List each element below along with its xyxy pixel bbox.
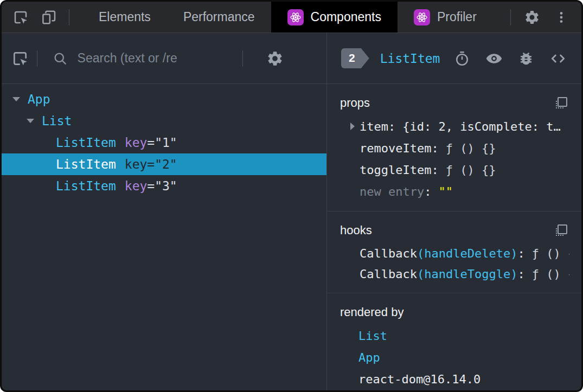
components-panel: App List ListItem key="1" ListItem key="… [2,33,581,390]
selected-component-title: ListItem [380,52,453,66]
settings-icon [266,50,284,67]
hook-callback-name: (handleToggle) [417,267,517,281]
rendered-by-section-title: rendered by [340,305,403,319]
tree-row-listitem-2-selected[interactable]: ListItem key="2" [2,153,326,175]
debug-component-button[interactable] [517,49,535,68]
tab-label: Elements [99,10,151,24]
key-attribute: key="1" [125,136,177,150]
inspect-element-button[interactable] [8,5,33,30]
react-logo-icon [414,9,430,25]
hooks-section: hooks Callback(handleDelete): ƒ () {} Ca… [327,211,581,293]
inspect-icon [12,9,29,25]
hook-row-handletoggle[interactable]: Callback(handleToggle): ƒ () {} [339,264,569,284]
divider [37,50,37,67]
code-brackets-icon [549,50,567,67]
tab-label: Components [311,10,381,24]
kebab-menu-icon [554,10,568,24]
divider [69,9,69,25]
react-logo-icon [287,9,304,25]
prop-value: ƒ () {} [446,163,496,177]
select-element-button[interactable] [8,46,33,71]
tree-settings-button[interactable] [262,46,287,71]
prop-row-new-entry[interactable]: new entry: "" [339,181,569,202]
devtools-tab-bar: Elements Performance Components [2,2,581,33]
devtools-tabs: Elements Performance Components [82,2,493,33]
prop-key: toggleItem [360,163,431,177]
component-details-pane: 2 ListItem [327,33,581,390]
hook-value: ƒ () {} [532,247,569,260]
inspect-icon [11,50,29,67]
view-source-button[interactable] [549,49,567,68]
hook-name: Callback [360,267,417,281]
search-icon [53,51,68,66]
prop-key: removeItem [360,142,431,155]
tab-profiler[interactable]: Profiler [398,2,493,33]
details-header: 2 ListItem [327,33,581,84]
component-tree-pane: App List ListItem key="1" ListItem key="… [2,33,327,390]
component-name: App [28,92,50,106]
tree-toolbar [2,33,326,84]
tab-performance[interactable]: Performance [167,2,271,33]
new-entry-field[interactable]: new entry [360,185,424,198]
copy-icon[interactable] [555,97,567,109]
inspect-dom-button[interactable] [485,49,503,68]
prop-key: item [360,120,388,133]
details-header-actions [453,49,567,68]
key-attribute: key="3" [125,179,177,193]
rendered-by-section: rendered by List App react-dom@16.14.0 [327,293,581,390]
element-id-badge: 2 [341,48,369,68]
tree-row-app[interactable]: App [2,88,326,110]
component-name: ListItem [56,136,116,150]
new-entry-value[interactable]: "" [438,185,453,198]
details-sections: props item: {id: 2, isComplete: t… remov… [327,84,581,390]
topbar-right-controls [506,2,581,33]
bug-icon [518,50,534,67]
key-attribute: key="2" [125,157,177,171]
prop-value: {id: 2, isComplete: t… [402,120,560,133]
tab-label: Profiler [437,10,477,24]
expander-icon[interactable] [345,123,360,130]
hook-row-handledelete[interactable]: Callback(handleDelete): ƒ () {} [339,243,569,264]
props-section: props item: {id: 2, isComplete: t… remov… [327,84,581,211]
tree-row-listitem-1[interactable]: ListItem key="1" [2,132,326,153]
device-toolbar-icon [41,9,57,25]
suspend-component-button[interactable] [453,49,471,68]
component-tree: App List ListItem key="1" ListItem key="… [2,84,326,390]
tab-label: Performance [183,10,255,24]
rendered-by-react-dom: react-dom@16.14.0 [339,368,569,390]
settings-icon [524,9,540,25]
expander-icon[interactable] [9,97,23,101]
prop-row-removeitem[interactable]: removeItem: ƒ () {} [339,137,569,159]
component-name: List [42,114,72,128]
prop-value: ƒ () {} [446,142,496,155]
devtools-window: Elements Performance Components [0,0,583,392]
tree-row-list[interactable]: List [2,110,326,132]
divider [510,9,511,25]
rendered-by-app-link[interactable]: App [339,346,569,368]
prop-row-item[interactable]: item: {id: 2, isComplete: t… [339,115,569,137]
component-name: ListItem [56,179,116,193]
hook-callback-name: (handleDelete) [417,247,517,260]
expander-icon[interactable] [23,119,37,123]
search-input[interactable] [78,51,238,66]
search-box [42,51,238,66]
tree-row-listitem-3[interactable]: ListItem key="3" [2,175,326,197]
settings-button[interactable] [520,5,544,30]
tab-components[interactable]: Components [271,2,398,33]
divider [242,50,243,67]
props-section-title: props [340,96,370,110]
copy-icon[interactable] [555,224,567,236]
hooks-section-title: hooks [340,223,372,237]
device-toolbar-button[interactable] [36,5,61,30]
topbar-left-controls [2,2,74,33]
component-name: ListItem [56,157,116,171]
eye-icon [485,50,503,67]
stopwatch-icon [454,50,470,67]
more-options-button[interactable] [549,5,574,30]
tab-elements[interactable]: Elements [82,2,167,33]
prop-row-toggleitem[interactable]: toggleItem: ƒ () {} [339,159,569,181]
hook-name: Callback [360,247,417,260]
rendered-by-list-link[interactable]: List [339,325,569,346]
hook-value: ƒ () {} [532,267,569,281]
